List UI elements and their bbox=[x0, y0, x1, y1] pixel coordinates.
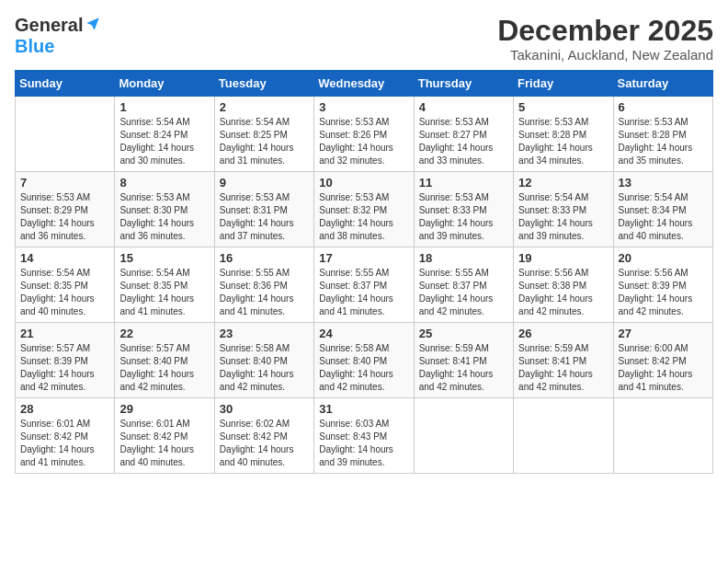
day-info: Sunrise: 5:54 AM Sunset: 8:35 PM Dayligh… bbox=[20, 267, 109, 318]
logo-general: General bbox=[15, 15, 83, 36]
day-info: Sunrise: 5:53 AM Sunset: 8:28 PM Dayligh… bbox=[619, 116, 708, 167]
day-info: Sunrise: 5:55 AM Sunset: 8:36 PM Dayligh… bbox=[220, 267, 309, 318]
calendar-cell: 15Sunrise: 5:54 AM Sunset: 8:35 PM Dayli… bbox=[115, 247, 214, 323]
day-header-tuesday: Tuesday bbox=[214, 71, 313, 97]
logo-bird-icon bbox=[85, 16, 101, 32]
day-info: Sunrise: 5:57 AM Sunset: 8:40 PM Dayligh… bbox=[119, 342, 209, 394]
calendar-cell: 17Sunrise: 5:55 AM Sunset: 8:37 PM Dayli… bbox=[314, 247, 414, 323]
calendar-header-row: SundayMondayTuesdayWednesdayThursdayFrid… bbox=[16, 71, 713, 97]
calendar-cell: 4Sunrise: 5:53 AM Sunset: 8:27 PM Daylig… bbox=[414, 97, 513, 172]
calendar-cell: 29Sunrise: 6:01 AM Sunset: 8:42 PM Dayli… bbox=[115, 398, 214, 474]
day-number: 24 bbox=[319, 327, 408, 340]
calendar-cell: 7Sunrise: 5:53 AM Sunset: 8:29 PM Daylig… bbox=[16, 172, 115, 247]
day-header-sunday: Sunday bbox=[16, 71, 115, 97]
calendar-cell: 28Sunrise: 6:01 AM Sunset: 8:42 PM Dayli… bbox=[16, 398, 115, 474]
day-number: 12 bbox=[518, 176, 608, 190]
day-info: Sunrise: 5:53 AM Sunset: 8:33 PM Dayligh… bbox=[419, 191, 508, 243]
day-header-thursday: Thursday bbox=[414, 71, 513, 97]
calendar-cell bbox=[613, 398, 712, 474]
calendar-cell bbox=[16, 97, 115, 172]
day-number: 5 bbox=[518, 100, 608, 114]
day-number: 9 bbox=[220, 176, 309, 190]
day-number: 4 bbox=[419, 100, 508, 114]
calendar-cell: 6Sunrise: 5:53 AM Sunset: 8:28 PM Daylig… bbox=[613, 97, 712, 172]
calendar-cell: 12Sunrise: 5:54 AM Sunset: 8:33 PM Dayli… bbox=[514, 172, 613, 247]
calendar-cell: 14Sunrise: 5:54 AM Sunset: 8:35 PM Dayli… bbox=[16, 247, 115, 323]
logo: General Blue bbox=[15, 15, 101, 57]
month-title: December 2025 bbox=[497, 15, 713, 47]
day-info: Sunrise: 6:00 AM Sunset: 8:42 PM Dayligh… bbox=[619, 342, 708, 394]
day-info: Sunrise: 5:54 AM Sunset: 8:25 PM Dayligh… bbox=[220, 116, 309, 167]
calendar-cell: 16Sunrise: 5:55 AM Sunset: 8:36 PM Dayli… bbox=[214, 247, 313, 323]
calendar-cell: 23Sunrise: 5:58 AM Sunset: 8:40 PM Dayli… bbox=[214, 323, 313, 398]
day-info: Sunrise: 5:54 AM Sunset: 8:35 PM Dayligh… bbox=[119, 267, 209, 318]
calendar-cell: 31Sunrise: 6:03 AM Sunset: 8:43 PM Dayli… bbox=[314, 398, 414, 474]
day-number: 10 bbox=[319, 176, 408, 190]
day-info: Sunrise: 5:53 AM Sunset: 8:26 PM Dayligh… bbox=[319, 116, 408, 167]
calendar-cell: 26Sunrise: 5:59 AM Sunset: 8:41 PM Dayli… bbox=[514, 323, 613, 398]
day-number: 2 bbox=[220, 100, 309, 114]
day-info: Sunrise: 5:55 AM Sunset: 8:37 PM Dayligh… bbox=[419, 267, 508, 318]
day-header-saturday: Saturday bbox=[613, 71, 712, 97]
title-block: December 2025 Takanini, Auckland, New Ze… bbox=[497, 15, 713, 63]
day-info: Sunrise: 5:55 AM Sunset: 8:37 PM Dayligh… bbox=[319, 267, 408, 318]
day-number: 22 bbox=[119, 327, 209, 340]
week-row-3: 14Sunrise: 5:54 AM Sunset: 8:35 PM Dayli… bbox=[16, 247, 713, 323]
day-info: Sunrise: 5:58 AM Sunset: 8:40 PM Dayligh… bbox=[220, 342, 309, 394]
day-number: 28 bbox=[20, 402, 109, 416]
day-number: 27 bbox=[619, 327, 708, 340]
location: Takanini, Auckland, New Zealand bbox=[497, 47, 713, 63]
day-number: 30 bbox=[220, 402, 309, 416]
day-number: 26 bbox=[518, 327, 608, 340]
day-header-monday: Monday bbox=[115, 71, 214, 97]
calendar-cell bbox=[414, 398, 513, 474]
day-number: 15 bbox=[119, 251, 209, 265]
day-number: 11 bbox=[419, 176, 508, 190]
day-info: Sunrise: 5:59 AM Sunset: 8:41 PM Dayligh… bbox=[419, 342, 508, 394]
calendar-cell: 5Sunrise: 5:53 AM Sunset: 8:28 PM Daylig… bbox=[514, 97, 613, 172]
calendar-table: SundayMondayTuesdayWednesdayThursdayFrid… bbox=[15, 70, 713, 474]
day-number: 3 bbox=[319, 100, 408, 114]
calendar-cell bbox=[514, 398, 613, 474]
day-number: 19 bbox=[518, 251, 608, 265]
calendar-cell: 20Sunrise: 5:56 AM Sunset: 8:39 PM Dayli… bbox=[613, 247, 712, 323]
day-info: Sunrise: 5:54 AM Sunset: 8:33 PM Dayligh… bbox=[518, 191, 608, 243]
calendar-cell: 22Sunrise: 5:57 AM Sunset: 8:40 PM Dayli… bbox=[115, 323, 214, 398]
day-number: 14 bbox=[20, 251, 109, 265]
calendar-cell: 1Sunrise: 5:54 AM Sunset: 8:24 PM Daylig… bbox=[115, 97, 214, 172]
page-header: General Blue December 2025 Takanini, Auc… bbox=[15, 15, 713, 63]
day-info: Sunrise: 5:53 AM Sunset: 8:29 PM Dayligh… bbox=[20, 191, 109, 243]
day-header-wednesday: Wednesday bbox=[314, 71, 414, 97]
logo-blue: Blue bbox=[15, 36, 54, 57]
calendar-cell: 3Sunrise: 5:53 AM Sunset: 8:26 PM Daylig… bbox=[314, 97, 414, 172]
calendar-cell: 27Sunrise: 6:00 AM Sunset: 8:42 PM Dayli… bbox=[613, 323, 712, 398]
day-info: Sunrise: 5:54 AM Sunset: 8:24 PM Dayligh… bbox=[119, 116, 209, 167]
day-number: 8 bbox=[119, 176, 209, 190]
calendar-cell: 30Sunrise: 6:02 AM Sunset: 8:42 PM Dayli… bbox=[214, 398, 313, 474]
day-number: 23 bbox=[220, 327, 309, 340]
week-row-4: 21Sunrise: 5:57 AM Sunset: 8:39 PM Dayli… bbox=[16, 323, 713, 398]
calendar-cell: 19Sunrise: 5:56 AM Sunset: 8:38 PM Dayli… bbox=[514, 247, 613, 323]
calendar-cell: 24Sunrise: 5:58 AM Sunset: 8:40 PM Dayli… bbox=[314, 323, 414, 398]
day-number: 29 bbox=[119, 402, 209, 416]
day-number: 1 bbox=[119, 100, 209, 114]
day-info: Sunrise: 5:58 AM Sunset: 8:40 PM Dayligh… bbox=[319, 342, 408, 394]
calendar-cell: 9Sunrise: 5:53 AM Sunset: 8:31 PM Daylig… bbox=[214, 172, 313, 247]
day-number: 31 bbox=[319, 402, 408, 416]
calendar-cell: 8Sunrise: 5:53 AM Sunset: 8:30 PM Daylig… bbox=[115, 172, 214, 247]
day-info: Sunrise: 6:03 AM Sunset: 8:43 PM Dayligh… bbox=[319, 418, 408, 469]
day-info: Sunrise: 5:53 AM Sunset: 8:31 PM Dayligh… bbox=[220, 191, 309, 243]
calendar-cell: 10Sunrise: 5:53 AM Sunset: 8:32 PM Dayli… bbox=[314, 172, 414, 247]
day-info: Sunrise: 5:53 AM Sunset: 8:28 PM Dayligh… bbox=[518, 116, 608, 167]
week-row-2: 7Sunrise: 5:53 AM Sunset: 8:29 PM Daylig… bbox=[16, 172, 713, 247]
day-number: 13 bbox=[619, 176, 708, 190]
day-number: 17 bbox=[319, 251, 408, 265]
day-number: 18 bbox=[419, 251, 508, 265]
day-info: Sunrise: 5:53 AM Sunset: 8:30 PM Dayligh… bbox=[119, 191, 209, 243]
day-number: 20 bbox=[619, 251, 708, 265]
day-info: Sunrise: 5:53 AM Sunset: 8:32 PM Dayligh… bbox=[319, 191, 408, 243]
calendar-cell: 21Sunrise: 5:57 AM Sunset: 8:39 PM Dayli… bbox=[16, 323, 115, 398]
day-number: 25 bbox=[419, 327, 508, 340]
calendar-cell: 11Sunrise: 5:53 AM Sunset: 8:33 PM Dayli… bbox=[414, 172, 513, 247]
day-info: Sunrise: 6:01 AM Sunset: 8:42 PM Dayligh… bbox=[20, 418, 109, 469]
